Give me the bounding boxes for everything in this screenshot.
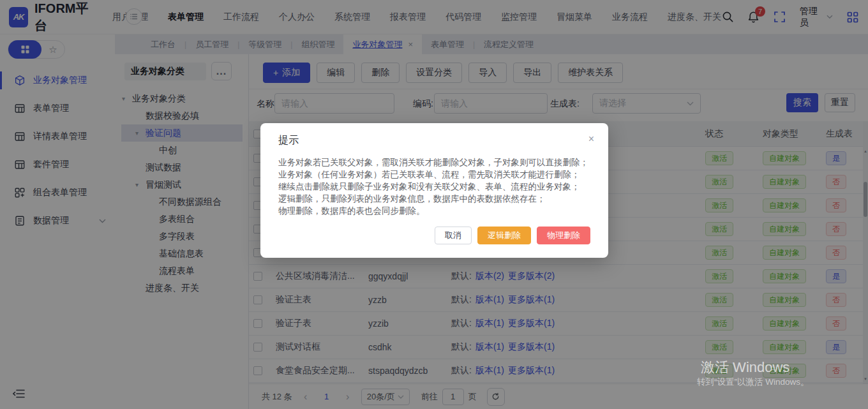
dialog-message-line: 继续点击删除就只删除子业务对象和没有关联父对象、表单、流程的业务对象； [278,181,594,193]
dialog-message-line: 业务对象（任何业务对象）若已关联表单、流程，需先取消关联才能进行删除； [278,168,594,181]
dialog-message-line: 逻辑删除，只删除列表的业务对象信息，数据库中的表数据依然存在； [278,193,594,205]
cancel-button[interactable]: 取消 [435,227,472,244]
dialog-buttons: 取消 逻辑删除 物理删除 [435,227,590,244]
logical-delete-button[interactable]: 逻辑删除 [477,227,531,244]
dialog-message: 业务对象若已关联父对象，需取消关联才能删除父对象，子对象则可以直接删除；业务对象… [278,156,594,217]
close-icon[interactable]: × [588,133,594,145]
dialog-message-line: 物理删除，数据库的表也会同步删除。 [278,205,594,217]
dialog-title: 提示 [278,134,299,147]
dialog-message-line: 业务对象若已关联父对象，需取消关联才能删除父对象，子对象则可以直接删除； [278,156,594,168]
confirm-dialog: 提示 × 业务对象若已关联父对象，需取消关联才能删除父对象，子对象则可以直接删除… [260,123,608,258]
physical-delete-button[interactable]: 物理删除 [537,227,590,244]
